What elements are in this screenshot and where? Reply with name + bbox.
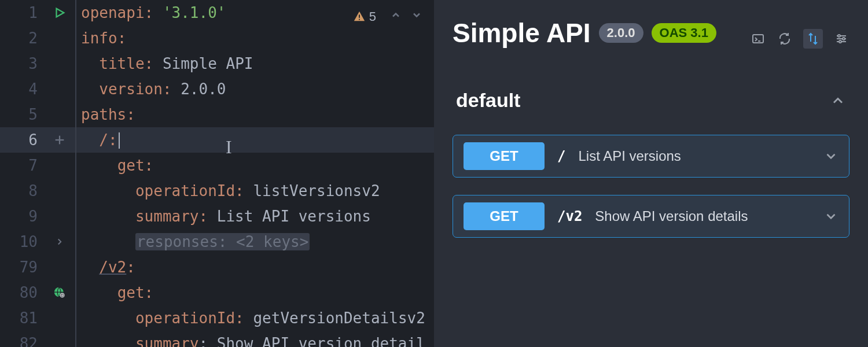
code-text: get: [75,284,434,301]
line-number: 80 [0,284,43,301]
warning-icon [353,10,366,23]
operation-row[interactable]: GET/List API versions [453,135,849,178]
code-line[interactable]: 5paths: [0,102,434,127]
gutter-divider [75,0,76,347]
code-text: /v2: [75,259,434,276]
operation-row[interactable]: GET/v2Show API version details [453,195,849,238]
line-number: 10 [0,233,43,250]
settings-icon[interactable] [833,31,849,47]
line-number: 2 [0,29,43,47]
code-line[interactable]: 8 operationId: listVersionsv2 [0,178,434,204]
line-number: 5 [0,106,43,123]
line-number: 1 [0,4,43,21]
line-number: 9 [0,208,43,225]
code-line[interactable]: 81 operationId: getVersionDetailsv2 [0,305,434,331]
code-line[interactable]: 80 get: [0,280,434,305]
refresh-icon[interactable] [777,31,793,47]
svg-rect-1 [359,19,360,20]
code-line[interactable]: 9 summary: List API versions [0,204,434,229]
warning-count: 5 [369,9,376,24]
code-text: paths: [75,106,434,123]
sync-icon[interactable] [803,29,823,49]
text-cursor-icon: I [226,136,232,158]
nav-arrows [390,9,422,21]
code-text: openapi: '3.1.0' [75,4,434,21]
line-number: 82 [0,335,43,347]
console-icon[interactable] [750,31,766,47]
line-number: 3 [0,55,43,72]
run-icon[interactable] [43,6,75,19]
code-text: responses: <2 keys> [75,233,434,250]
code-line[interactable]: 2info: [0,25,434,51]
code-line[interactable]: 82 summary: Show API version detail [0,331,434,347]
code-text: title: Simple API [75,55,434,72]
api-title: Simple API [453,17,591,49]
code-line[interactable]: 10 responses: <2 keys> [0,229,434,254]
code-line[interactable]: 7 get: [0,153,434,178]
warnings-badge[interactable]: 5 [353,9,376,24]
operations-list: GET/List API versionsGET/v2Show API vers… [453,135,849,238]
add-icon[interactable] [43,134,75,146]
line-number: 6 [0,131,43,149]
line-number: 81 [0,309,43,327]
code-text: operationId: getVersionDetailsv2 [75,309,434,327]
method-badge: GET [464,142,545,170]
code-text: operationId: listVersionsv2 [75,182,434,200]
chevron-up-icon[interactable] [830,93,846,109]
code-text: info: [75,29,434,47]
method-badge: GET [464,202,545,230]
line-number: 79 [0,259,43,276]
code-line[interactable]: 3 title: Simple API [0,51,434,76]
code-text: version: 2.0.0 [75,80,434,98]
globe-icon[interactable] [43,286,75,299]
section-header[interactable]: default [453,89,849,112]
code-line[interactable]: 79 /v2: [0,254,434,280]
line-number: 4 [0,80,43,98]
operation-path: / [557,148,565,164]
chevron-down-icon[interactable] [823,149,838,164]
preview-pane: Simple API 2.0.0 OAS 3.1 default GET/Lis… [434,0,868,347]
operation-path: /v2 [557,208,582,224]
prev-icon[interactable] [390,9,402,21]
preview-toolbar [750,29,849,49]
version-pill: 2.0.0 [599,23,643,43]
svg-point-15 [843,38,845,40]
svg-point-14 [838,35,840,37]
editor-pane: 5 1openapi: '3.1.0'2info:3 title: Simple… [0,0,434,347]
code-line[interactable]: 6 /: [0,127,434,153]
code-text: get: [75,157,434,174]
code-area[interactable]: 1openapi: '3.1.0'2info:3 title: Simple A… [0,0,434,347]
line-number: 7 [0,157,43,174]
chevron-down-icon[interactable] [823,209,838,224]
fold-chevron-icon[interactable] [43,237,75,247]
oas-pill: OAS 3.1 [652,23,716,43]
operation-summary: Show API version details [595,208,748,224]
code-text: summary: Show API version detail [75,335,434,347]
line-number: 8 [0,182,43,200]
svg-rect-0 [359,14,360,17]
operation-summary: List API versions [578,148,681,164]
code-line[interactable]: 4 version: 2.0.0 [0,76,434,102]
code-text: summary: List API versions [75,208,434,225]
section-title: default [456,89,520,112]
code-text: /: [75,131,434,149]
svg-point-16 [839,40,841,43]
next-icon[interactable] [411,9,422,21]
